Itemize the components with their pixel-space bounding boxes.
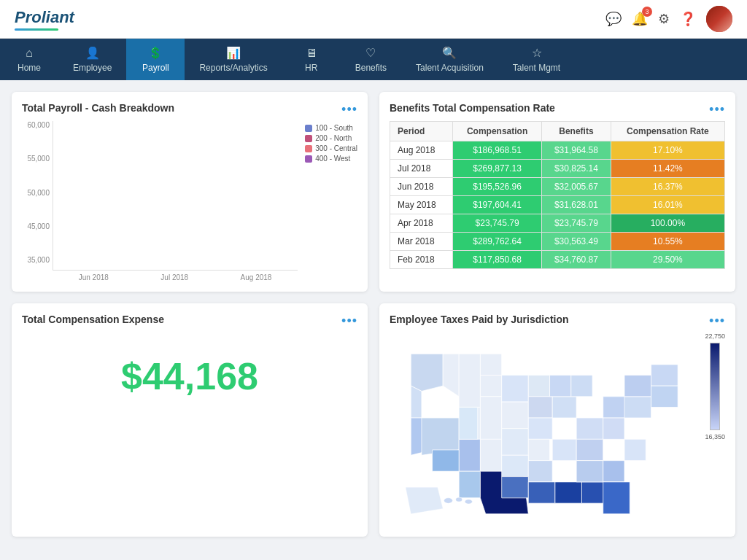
nav-bar: ⌂ Home 👤 Employee 💲 Payroll 📊 Reports/An…: [0, 39, 747, 80]
state-ar: [502, 455, 529, 476]
state-ne: [480, 397, 501, 440]
avatar[interactable]: [706, 6, 732, 32]
state-nd: [480, 354, 501, 375]
state-mi2: [571, 376, 592, 397]
state-nh-vt: [651, 386, 678, 407]
tax-map-card: Employee Taxes Paid by Jurisdiction •••: [379, 303, 735, 537]
us-map-svg: [390, 332, 699, 524]
nav-employee-label: Employee: [73, 63, 112, 73]
compensation-expense-menu[interactable]: •••: [341, 314, 357, 329]
logo-line: [15, 28, 58, 31]
state-sc: [603, 461, 624, 482]
compensation-expense-title: Total Compensation Expense: [22, 314, 357, 325]
nav-home[interactable]: ⌂ Home: [0, 39, 58, 80]
nav-talent-mgmt[interactable]: ☆ Talent Mgmt: [498, 39, 575, 80]
nav-reports[interactable]: 📊 Reports/Analytics: [185, 39, 282, 80]
state-ma: [624, 376, 651, 397]
state-hi: [444, 498, 453, 503]
benefits-table-title: Benefits Total Compensation Rate: [390, 102, 725, 114]
cell-benefits: $34,760.87: [542, 251, 611, 269]
state-az: [433, 450, 460, 471]
cell-benefits: $31,964.58: [542, 141, 611, 160]
legend-color-west: [305, 155, 312, 163]
cell-compensation: $269,877.13: [453, 160, 542, 178]
table-row: Mar 2018$289,762.64$30,563.4910.55%: [390, 233, 725, 251]
cell-compensation: $186,968.51: [453, 141, 542, 160]
legend-south: 100 - South: [305, 124, 357, 132]
nav-employee[interactable]: 👤 Employee: [58, 39, 126, 80]
y-label-60k: 60,000: [22, 121, 50, 129]
state-ia: [502, 402, 529, 429]
reports-icon: 📊: [226, 46, 241, 60]
state-il: [528, 397, 552, 418]
nav-talent-acquisition[interactable]: 🔍 Talent Acquisition: [401, 39, 498, 80]
state-sd: [480, 376, 501, 397]
state-ut: [459, 407, 478, 439]
col-rate: Compensation Rate: [611, 122, 724, 141]
nav-reports-label: Reports/Analytics: [199, 63, 267, 73]
state-wa: [411, 354, 443, 391]
payroll-chart-card: Total Payroll - Cash Breakdown ••• 60,00…: [12, 92, 368, 292]
us-map: [390, 332, 699, 526]
payroll-chart-menu[interactable]: •••: [341, 102, 357, 117]
state-id: [443, 354, 459, 397]
help-icon[interactable]: ❓: [680, 11, 696, 27]
nav-payroll[interactable]: 💲 Payroll: [126, 39, 185, 80]
chat-icon[interactable]: 💬: [605, 11, 622, 27]
compensation-expense-card: Total Compensation Expense ••• $44,168: [12, 303, 368, 537]
cell-period: Apr 2018: [390, 214, 453, 233]
tax-map-menu[interactable]: •••: [709, 314, 725, 329]
legend-min-value: 16,350: [705, 433, 725, 440]
state-ak: [406, 487, 443, 514]
nav-hr[interactable]: 🖥 HR: [282, 39, 341, 80]
cell-period: May 2018: [390, 196, 453, 214]
nav-benefits[interactable]: ♡ Benefits: [341, 39, 401, 80]
cell-benefits: $32,005.67: [542, 178, 611, 196]
employee-icon: 👤: [85, 46, 100, 60]
settings-icon[interactable]: ⚙: [658, 11, 670, 27]
benefits-table: Period Compensation Benefits Compensatio…: [390, 121, 725, 269]
legend-color-north: [305, 135, 312, 142]
talent-acq-icon: 🔍: [442, 46, 457, 60]
cell-benefits: $31,628.01: [542, 196, 611, 214]
state-mn: [502, 376, 529, 402]
state-la: [502, 477, 529, 498]
table-row: May 2018$197,604.41$31,628.0116.01%: [390, 196, 725, 214]
bell-icon[interactable]: 🔔 3: [632, 11, 648, 27]
col-period: Period: [390, 122, 453, 141]
legend-central: 300 - Central: [305, 144, 357, 152]
y-label-45k: 45,000: [22, 222, 50, 230]
cell-rate: 16.37%: [611, 178, 724, 196]
state-ct-ri: [624, 397, 651, 418]
table-header-row: Period Compensation Benefits Compensatio…: [390, 122, 725, 141]
table-row: Apr 2018$23,745.79$23,745.79100.00%: [390, 214, 725, 233]
cell-rate: 10.55%: [611, 233, 724, 251]
table-row: Feb 2018$117,850.68$34,760.8729.50%: [390, 251, 725, 269]
chart-legend: 100 - South 200 - North 300 - Central 40…: [305, 121, 357, 281]
cell-period: Mar 2018: [390, 233, 453, 251]
x-label-aug: Aug 2018: [241, 273, 272, 281]
avatar-image: [706, 6, 732, 32]
legend-north: 200 - North: [305, 134, 357, 142]
legend-color-south: [305, 125, 312, 132]
top-icons: 💬 🔔 3 ⚙ ❓: [605, 6, 732, 32]
hr-icon: 🖥: [306, 47, 317, 60]
cell-rate: 17.10%: [611, 141, 724, 160]
state-nm: [459, 471, 480, 498]
cell-period: Jun 2018: [390, 178, 453, 196]
state-or: [411, 386, 422, 418]
benefits-table-menu[interactable]: •••: [709, 102, 725, 117]
nav-talent-acquisition-label: Talent Acquisition: [416, 63, 484, 73]
legend-max-value: 22,750: [705, 332, 725, 340]
notification-badge: 3: [642, 7, 652, 17]
main-content: Total Payroll - Cash Breakdown ••• 60,00…: [0, 80, 747, 548]
state-mo: [502, 429, 529, 456]
col-compensation: Compensation: [453, 122, 542, 141]
legend-color-central: [305, 145, 312, 152]
logo-text: Proliant: [15, 8, 74, 27]
state-al: [555, 482, 582, 503]
y-axis-labels: 60,000 55,000 50,000 45,000 35,000: [22, 121, 53, 281]
cell-compensation: $23,745.79: [453, 214, 542, 233]
cell-rate: 16.01%: [611, 196, 724, 214]
table-row: Aug 2018$186,968.51$31,964.5817.10%: [390, 141, 725, 160]
